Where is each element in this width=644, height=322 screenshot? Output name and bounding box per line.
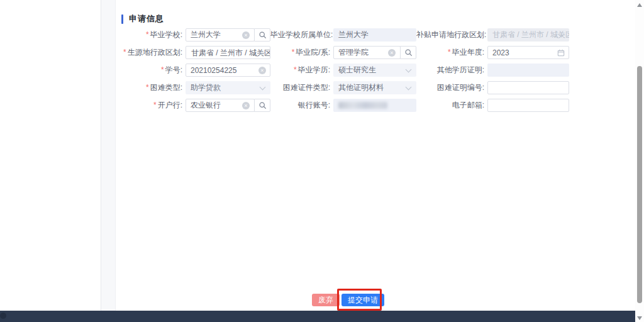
field-school: × (186, 28, 270, 42)
clear-icon[interactable]: × (388, 49, 396, 57)
school-search-button[interactable] (254, 28, 270, 42)
origin-region-select[interactable]: 甘肃省 / 兰州市 / 城关区 (186, 46, 270, 59)
label-department: *毕业院/系: (270, 46, 333, 59)
field-difficulty-cert-type: 其他证明材料 (333, 81, 416, 94)
label-origin-region: *生源地行政区划: (121, 46, 186, 59)
difficulty-cert-type-select: 其他证明材料 (333, 81, 416, 94)
label-email: 电子邮箱: (416, 99, 487, 112)
field-bank-account (333, 99, 416, 112)
submit-button[interactable]: 提交申请 (341, 294, 384, 306)
field-degree: 硕士研究生 (333, 64, 416, 77)
email-input[interactable] (487, 99, 569, 112)
required-marker: * (146, 30, 149, 39)
field-subsidy-region: 甘肃省 / 兰州市 / 城关区 (487, 28, 569, 42)
search-icon (404, 48, 413, 57)
field-email (487, 99, 569, 112)
label-school-unit: 毕业学校所属单位: (270, 28, 333, 42)
label-bank-account: 银行账号: (270, 99, 333, 112)
discard-button[interactable]: 废弃 (312, 294, 340, 306)
school-unit-readonly: 兰州大学 (333, 28, 416, 42)
clear-icon[interactable]: × (242, 31, 250, 39)
department-search-button[interactable] (400, 46, 416, 59)
field-grad-year (487, 46, 569, 59)
field-difficulty-cert-no (487, 81, 569, 94)
student-id-input[interactable] (186, 64, 270, 77)
bank-account-redacted-value (338, 102, 387, 109)
required-marker: * (448, 48, 451, 57)
required-marker: * (294, 65, 297, 74)
label-subsidy-region: 补贴申请地行政区划: (416, 28, 487, 42)
required-marker: * (292, 48, 295, 57)
subsidy-region-select: 甘肃省 / 兰州市 / 城关区 (487, 28, 569, 42)
field-bank: × (186, 99, 270, 112)
application-form-page: 申请信息 *毕业学校: × 毕业学校所属单位: 兰州大学 补贴申请地行政区划: … (0, 0, 644, 322)
chevron-down-icon (406, 67, 412, 73)
label-difficulty-type: *困难类型: (121, 81, 186, 94)
required-marker: * (123, 48, 126, 57)
page-gutter (101, 0, 115, 311)
footer-corner-nub (0, 313, 6, 319)
label-student-id: *学号: (121, 64, 186, 77)
degree-select: 硕士研究生 (333, 64, 416, 77)
difficulty-cert-no-input[interactable] (487, 81, 569, 94)
other-degree-proof-readonly (487, 64, 569, 77)
bank-search-button[interactable] (254, 99, 270, 112)
label-school: *毕业学校: (121, 28, 186, 42)
field-department: × (333, 46, 416, 59)
section-header: 申请信息 (121, 13, 164, 25)
field-other-degree-proof (487, 64, 569, 77)
field-student-id: × (186, 64, 270, 77)
required-marker: * (146, 83, 149, 92)
label-other-degree-proof: 其他学历证明: (416, 64, 487, 77)
section-marker-bar (121, 14, 123, 24)
application-form: *毕业学校: × 毕业学校所属单位: 兰州大学 补贴申请地行政区划: 甘肃省 /… (121, 28, 569, 112)
search-icon (258, 31, 267, 39)
field-origin-region: 甘肃省 / 兰州市 / 城关区 (186, 46, 270, 59)
label-grad-year: *毕业年度: (416, 46, 487, 59)
footer-bar (0, 311, 635, 322)
chevron-down-icon (260, 84, 266, 91)
scrollbar-thumb[interactable] (637, 66, 642, 303)
field-difficulty-type: 助学贷款 (186, 81, 270, 94)
clear-icon[interactable]: × (242, 102, 250, 109)
label-difficulty-cert-type: 困难证件类型: (270, 81, 333, 94)
label-difficulty-cert-no: 困难证明编号: (416, 81, 487, 94)
label-bank: *开户行: (121, 99, 186, 112)
required-marker: * (153, 101, 157, 109)
section-title: 申请信息 (129, 13, 164, 25)
clear-icon[interactable]: × (258, 67, 266, 74)
label-degree: *毕业学历: (270, 64, 333, 77)
scroll-down-arrow-icon[interactable] (637, 316, 642, 320)
required-marker: * (161, 65, 164, 74)
bank-account-readonly (333, 99, 416, 112)
search-icon (258, 101, 267, 109)
scroll-up-arrow-icon[interactable] (637, 3, 642, 7)
field-school-unit: 兰州大学 (333, 28, 416, 42)
chevron-down-icon (406, 84, 412, 91)
difficulty-type-select: 助学贷款 (186, 81, 270, 94)
vertical-scrollbar[interactable] (635, 0, 644, 322)
calendar-icon[interactable] (557, 49, 565, 57)
